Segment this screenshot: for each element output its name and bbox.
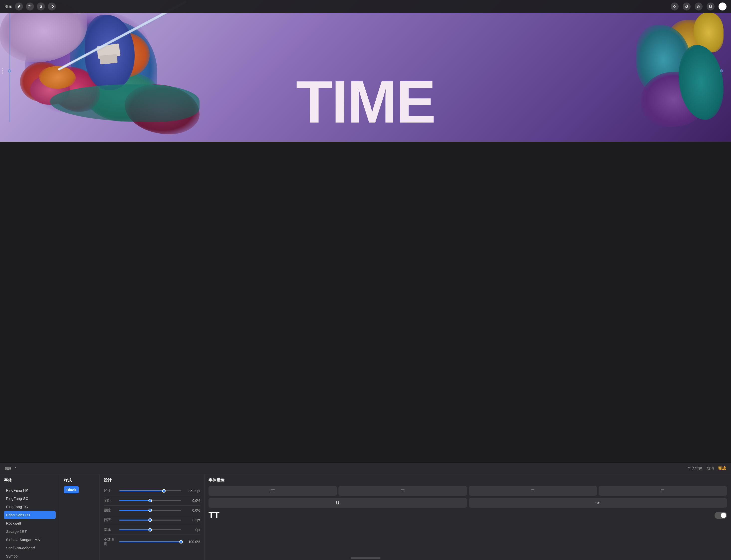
art-decoration — [100, 54, 118, 64]
side-dot — [2, 68, 3, 69]
selection-handle-left[interactable] — [8, 69, 11, 72]
gallery-button[interactable]: 图库 — [4, 4, 12, 9]
svg-marker-1 — [50, 5, 53, 8]
magic-wand-icon — [28, 4, 32, 8]
selection-line-left — [9, 13, 10, 122]
send-icon-btn[interactable] — [48, 2, 56, 10]
magic-wand-icon-btn[interactable] — [26, 2, 34, 10]
canvas-area: TIME — [0, 0, 299, 142]
wrench-icon-btn[interactable] — [15, 2, 23, 10]
side-dot — [2, 73, 3, 74]
smudge-icon-btn[interactable]: S — [37, 2, 45, 10]
wrench-icon — [17, 4, 21, 8]
side-handle[interactable] — [2, 68, 3, 74]
send-icon — [50, 4, 54, 8]
canvas-background[interactable]: TIME — [0, 0, 299, 142]
canvas-text[interactable]: TIME — [0, 72, 299, 132]
top-bar: 图库 S — [0, 0, 299, 13]
top-bar-left: 图库 S — [4, 2, 56, 10]
side-dot — [2, 70, 3, 72]
